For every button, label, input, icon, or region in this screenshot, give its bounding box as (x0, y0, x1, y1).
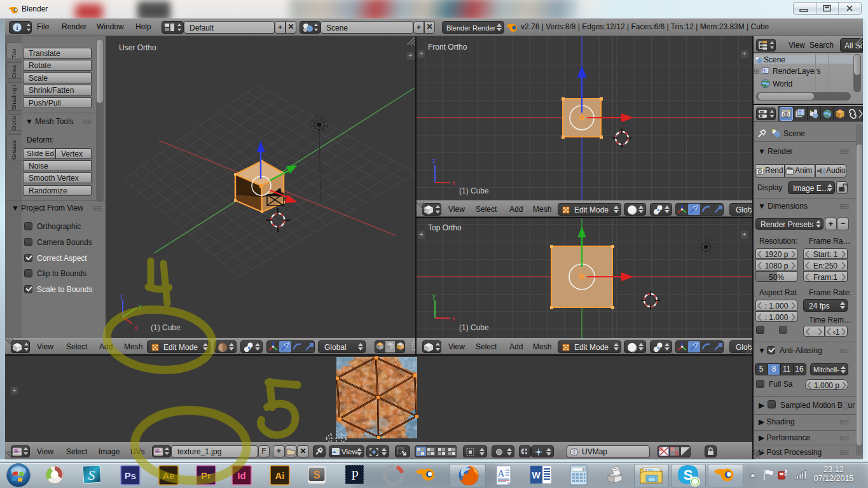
svg-text:W: W (532, 470, 541, 480)
svg-text:x: x (452, 179, 455, 186)
svg-text:P: P (351, 468, 359, 483)
svg-text:Ai: Ai (275, 470, 285, 481)
svg-text:Pr: Pr (201, 470, 211, 481)
svg-text:Ae: Ae (162, 470, 174, 481)
svg-text:y: y (139, 303, 142, 310)
svg-text:i: i (16, 24, 18, 31)
svg-text:z: z (432, 157, 436, 164)
svg-text:z: z (120, 293, 123, 300)
svg-text:Ps: Ps (125, 470, 136, 481)
svg-text:Id: Id (237, 470, 245, 481)
svg-text:x: x (134, 324, 137, 331)
svg-text:S: S (88, 467, 95, 483)
svg-text:y: y (432, 293, 436, 300)
svg-text:x: x (452, 315, 455, 322)
svg-text:A: A (498, 468, 505, 478)
svg-text:S: S (313, 470, 320, 480)
